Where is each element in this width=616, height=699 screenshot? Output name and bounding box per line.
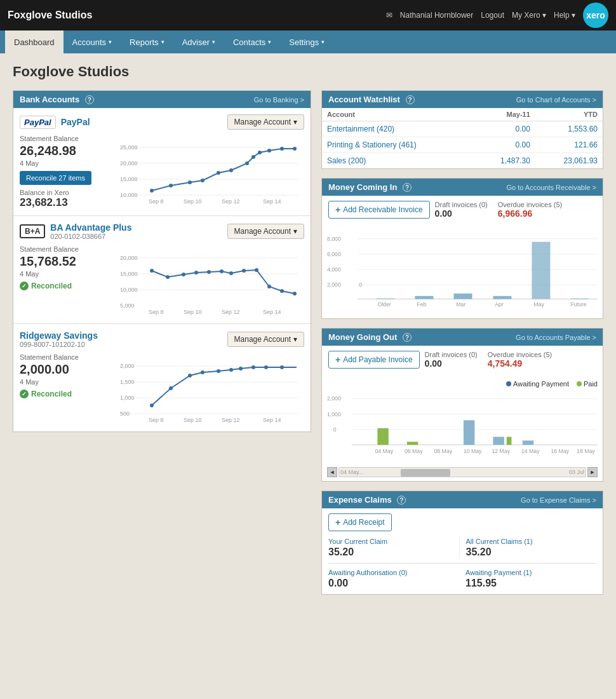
go-to-banking-link[interactable]: Go to Banking >: [254, 96, 304, 104]
watchlist-account[interactable]: Sales (200): [322, 153, 474, 169]
add-receipt-btn[interactable]: + Add Receipt: [328, 513, 392, 531]
svg-text:04 May: 04 May: [375, 448, 394, 454]
help-link[interactable]: Help ▾: [554, 11, 575, 20]
money-going-out-help-icon[interactable]: ?: [403, 333, 412, 342]
paypal-name[interactable]: PayPal: [61, 117, 90, 127]
receivable-stats: Draft invoices (0) 0.00 Overdue invoices…: [435, 201, 563, 219]
watchlist-title: Account Watchlist ?: [328, 95, 415, 104]
payable-stats: Draft invoices (0) 0.00 Overdue invoices…: [425, 351, 552, 369]
watchlist-may[interactable]: 1,487.30: [474, 153, 535, 169]
svg-point-10: [188, 180, 192, 184]
svg-text:10 May: 10 May: [464, 448, 482, 454]
svg-text:8,000: 8,000: [327, 236, 341, 242]
scroll-left-btn[interactable]: ◄: [327, 467, 337, 477]
add-payable-invoice-btn[interactable]: + Add Payable Invoice: [328, 351, 420, 369]
watchlist-header: Account Watchlist ? Go to Chart of Accou…: [322, 91, 603, 108]
go-to-payable-link[interactable]: Go to Accounts Payable >: [516, 334, 596, 341]
myxero-link[interactable]: My Xero ▾: [512, 11, 546, 20]
svg-text:Sep 12: Sep 12: [222, 198, 240, 205]
legend-awaiting: Awaiting Payment: [506, 380, 569, 388]
watchlist-account[interactable]: Entertainment (420): [322, 121, 474, 137]
scroll-date-right: 03 Jul: [569, 469, 584, 475]
nav-contacts[interactable]: Contacts ▾: [224, 31, 280, 53]
current-claim-label[interactable]: Your Current Claim: [328, 538, 459, 545]
watchlist-may[interactable]: 0.00: [474, 137, 535, 153]
ridgeway-chart: 2,000 1,500 1,000 500: [114, 353, 304, 425]
watchlist-row: Sales (200) 1,487.30 23,061.93: [322, 153, 603, 169]
svg-point-11: [201, 179, 204, 182]
svg-text:Sep 14: Sep 14: [263, 309, 281, 315]
nav-settings[interactable]: Settings ▾: [280, 31, 333, 53]
nav-adviser[interactable]: Adviser ▾: [173, 31, 224, 53]
watchlist-row: Entertainment (420) 0.00 1,553.60: [322, 121, 603, 137]
paypal-logo-area: PayPal PayPal: [20, 116, 90, 129]
go-to-expense-claims-link[interactable]: Go to Expense Claims >: [521, 496, 596, 504]
svg-text:Mar: Mar: [456, 301, 465, 308]
watchlist-row: Printing & Stationery (461) 0.00 121.66: [322, 137, 603, 153]
svg-text:Sep 14: Sep 14: [263, 417, 281, 423]
awaiting-auth-label[interactable]: Awaiting Authorisation (0): [328, 569, 459, 576]
svg-point-41: [280, 289, 284, 293]
watchlist-account[interactable]: Printing & Stationery (461): [322, 137, 474, 153]
ridgeway-statement-date: 4 May: [20, 378, 109, 386]
plus-icon-3: +: [335, 517, 340, 527]
svg-point-37: [229, 271, 233, 275]
nav-accounts[interactable]: Accounts ▾: [64, 31, 121, 53]
svg-point-12: [217, 171, 220, 175]
watchlist-ytd[interactable]: 23,061.93: [535, 153, 603, 169]
main-nav: Dashboard Accounts ▾ Reports ▾ Adviser ▾…: [0, 31, 616, 53]
logout-link[interactable]: Logout: [481, 11, 504, 20]
payable-invoice-row: + Add Payable Invoice Draft invoices (0)…: [328, 351, 596, 369]
money-going-out-title: Money Going Out ?: [328, 332, 412, 342]
paypal-manage-btn[interactable]: Manage Account ▾: [227, 114, 304, 130]
svg-text:15,000: 15,000: [120, 271, 138, 277]
expense-claims-panel: Expense Claims ? Go to Expense Claims > …: [321, 491, 603, 595]
money-going-out-header: Money Going Out ? Go to Accounts Payable…: [322, 329, 603, 346]
ba-statement-label: Statement Balance: [20, 245, 109, 253]
bank-accounts-help-icon[interactable]: ?: [85, 95, 94, 104]
svg-point-60: [229, 368, 233, 372]
money-coming-in-help-icon[interactable]: ?: [403, 183, 412, 192]
ridgeway-manage-btn[interactable]: Manage Account ▾: [227, 332, 304, 347]
awaiting-payment-label[interactable]: Awaiting Payment (1): [465, 569, 596, 576]
scroll-right-btn[interactable]: ►: [587, 467, 598, 477]
nav-reports[interactable]: Reports ▾: [121, 31, 173, 53]
svg-rect-81: [453, 294, 472, 299]
all-claims-value: 35.20: [466, 546, 597, 558]
plus-icon: +: [335, 205, 340, 215]
go-to-chart-link[interactable]: Go to Chart of Accounts >: [516, 96, 596, 104]
nav-dashboard[interactable]: Dashboard: [5, 31, 64, 53]
scroll-thumb[interactable]: [401, 469, 450, 477]
paypal-reconcile-btn[interactable]: Reconcile 27 items: [20, 171, 91, 185]
go-to-receivable-link[interactable]: Go to Accounts Receivable >: [506, 184, 596, 191]
svg-rect-101: [493, 437, 504, 445]
ba-logo: B+A: [20, 224, 45, 238]
watchlist-may[interactable]: 0.00: [474, 121, 535, 137]
draft-invoices-in: Draft invoices (0) 0.00: [435, 201, 488, 219]
watchlist-ytd[interactable]: 1,553.60: [535, 121, 603, 137]
paypal-header: PayPal PayPal Manage Account ▾: [20, 114, 304, 130]
watchlist-ytd[interactable]: 121.66: [535, 137, 603, 153]
ba-name[interactable]: BA Advantage Plus: [50, 222, 131, 233]
watchlist-help-icon[interactable]: ?: [406, 95, 415, 104]
svg-text:18 May: 18 May: [577, 448, 595, 454]
money-going-out-body: + Add Payable Invoice Draft invoices (0)…: [322, 346, 603, 379]
scroll-track[interactable]: 04 May... 03 Jul: [338, 467, 586, 477]
money-coming-in-chart: 8,000 6,000 4,000 2,000 0: [322, 229, 603, 318]
ridgeway-name[interactable]: Ridgeway Savings: [20, 330, 98, 341]
ba-number: 020-0102-038667: [50, 233, 131, 240]
ridgeway-stats: Statement Balance 2,000.00 4 May ✓ Recon…: [20, 353, 109, 425]
all-claims-label[interactable]: All Current Claims (1): [466, 538, 597, 545]
svg-text:Sep 12: Sep 12: [222, 417, 240, 423]
add-receivable-invoice-btn[interactable]: + Add Receivable Invoice: [328, 201, 430, 219]
ridgeway-statement-label: Statement Balance: [20, 353, 109, 361]
ridgeway-reconciled: ✓ Reconciled: [20, 390, 109, 398]
svg-text:4,000: 4,000: [327, 266, 341, 273]
svg-point-42: [293, 292, 297, 295]
ba-manage-btn[interactable]: Manage Account ▾: [227, 224, 304, 239]
svg-point-62: [251, 365, 255, 369]
paid-dot: [577, 381, 582, 386]
svg-point-13: [229, 168, 233, 172]
expense-claims-help-icon[interactable]: ?: [397, 496, 406, 505]
svg-text:Sep 14: Sep 14: [263, 198, 281, 205]
